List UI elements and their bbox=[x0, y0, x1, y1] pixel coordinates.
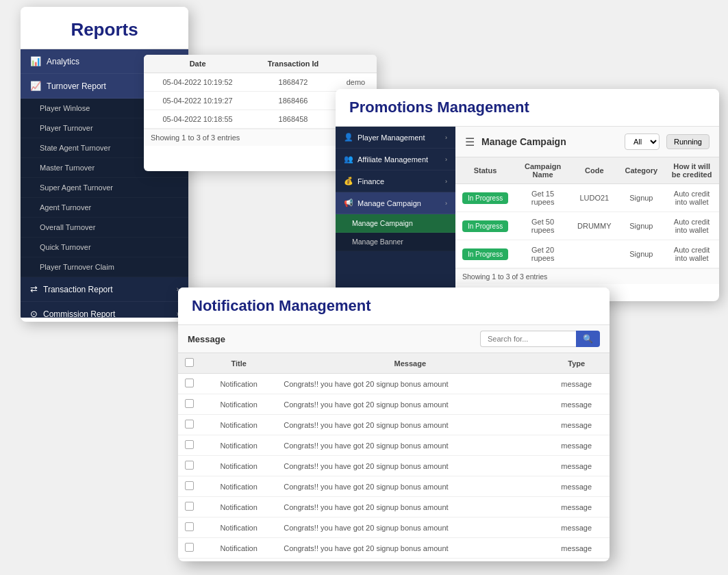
promotions-sidebar: 👤 Player Management › 👥 Affiliate Manage… bbox=[336, 127, 455, 299]
campaign-table: Status Campaign Name Code Category How i… bbox=[455, 157, 719, 268]
sidebar-overall-turnover[interactable]: Overall Turnover bbox=[21, 218, 188, 238]
ps-affiliate-mgmt[interactable]: 👥 Affiliate Management › bbox=[336, 149, 455, 170]
row-checkbox[interactable] bbox=[185, 522, 194, 531]
status-cell: In Progress bbox=[455, 212, 515, 240]
ps-player-mgmt[interactable]: 👤 Player Management › bbox=[336, 127, 455, 149]
checkbox-cell[interactable] bbox=[178, 415, 201, 435]
checkbox-cell[interactable] bbox=[178, 518, 201, 538]
sidebar-transaction-report[interactable]: ⇄ Transaction Report › bbox=[21, 277, 188, 302]
table-row: In Progress Get 50 rupees DRUMMY Signup … bbox=[455, 212, 719, 240]
list-item: Notification Congrats!! you have got 20 … bbox=[178, 394, 610, 415]
list-item: Notification Congrats!! you have got 20 … bbox=[178, 435, 610, 456]
list-item: Notification Congrats!! you have got 20 … bbox=[178, 374, 610, 394]
select-all-checkbox[interactable] bbox=[185, 358, 194, 367]
row-checkbox[interactable] bbox=[185, 481, 194, 490]
type-cell: message bbox=[543, 394, 610, 415]
player-mgmt-icon: 👤 bbox=[344, 133, 353, 142]
sidebar-player-claim[interactable]: Player Turnover Claim bbox=[21, 257, 188, 277]
player-mgmt-label: Player Management bbox=[357, 133, 445, 142]
credit-cell: Auto credit into wallet bbox=[664, 184, 719, 212]
tid-cell: 1868458 bbox=[251, 110, 335, 129]
notification-panel: Notification Management Message 🔍 Title … bbox=[178, 288, 610, 561]
promotions-header: Promotions Management bbox=[336, 89, 719, 127]
credit-cell: Auto credit into wallet bbox=[664, 212, 719, 240]
date-col-header: Date bbox=[144, 55, 251, 73]
sidebar-commission-report[interactable]: ⊙ Commission Report › bbox=[21, 302, 188, 318]
notification-title: Notification Management bbox=[192, 297, 596, 315]
message-col-header: Message bbox=[277, 353, 543, 374]
hamburger-icon[interactable]: ☰ bbox=[465, 136, 475, 149]
credit-cell: Auto credit into wallet bbox=[664, 240, 719, 268]
row-checkbox[interactable] bbox=[185, 440, 194, 449]
row-checkbox[interactable] bbox=[185, 502, 194, 511]
type-cell: message bbox=[543, 435, 610, 456]
manage-campaign-sub[interactable]: Manage Campaign bbox=[336, 214, 455, 233]
checkbox-cell[interactable] bbox=[178, 374, 201, 394]
date-cell: 05-04-2022 10:19:27 bbox=[144, 92, 251, 110]
reports-title: Reports bbox=[34, 19, 175, 40]
message-cell: Congrats!! you have got 20 signup bonus … bbox=[277, 394, 543, 415]
message-cell: Congrats!! you have got 20 signup bonus … bbox=[277, 538, 543, 559]
message-cell: Congrats!! you have got 20 signup bonus … bbox=[277, 415, 543, 435]
code-cell: LUDO21 bbox=[570, 184, 618, 212]
type-cell: message bbox=[543, 538, 610, 559]
ps-chevron-4: › bbox=[445, 200, 447, 207]
row-checkbox[interactable] bbox=[185, 379, 194, 387]
message-cell: Congrats!! you have got 20 signup bonus … bbox=[277, 374, 543, 394]
promotions-title: Promotions Management bbox=[349, 99, 705, 116]
promotions-panel: Promotions Management 👤 Player Managemen… bbox=[336, 89, 719, 301]
checkbox-cell[interactable] bbox=[178, 394, 201, 415]
promotions-body: 👤 Player Management › 👥 Affiliate Manage… bbox=[336, 127, 719, 299]
title-cell: Notification bbox=[201, 518, 277, 538]
type-cell: message bbox=[543, 559, 610, 562]
code-cell: DRUMMY bbox=[570, 212, 618, 240]
affiliate-mgmt-icon: 👥 bbox=[344, 155, 353, 164]
turnover-icon: 📈 bbox=[30, 81, 41, 91]
code-col: Code bbox=[570, 157, 618, 184]
ps-chevron-2: › bbox=[445, 156, 447, 163]
tid-col-header: Transaction Id bbox=[251, 55, 335, 73]
checkbox-cell[interactable] bbox=[178, 435, 201, 456]
row-checkbox[interactable] bbox=[185, 420, 194, 429]
ps-chevron-3: › bbox=[445, 178, 447, 185]
running-filter-btn[interactable]: Running bbox=[666, 134, 710, 149]
list-item: Notification Congrats!! you have got 20 … bbox=[178, 456, 610, 476]
message-cell: Congrats!! you have got 20 signup bonus … bbox=[277, 497, 543, 518]
date-cell: 05-04-2022 10:18:55 bbox=[144, 110, 251, 129]
affiliate-mgmt-label: Affiliate Management bbox=[357, 155, 445, 164]
title-cell: Notification bbox=[201, 394, 277, 415]
sidebar-agent-turnover[interactable]: Agent Turnover bbox=[21, 198, 188, 218]
checkbox-cell[interactable] bbox=[178, 456, 201, 476]
tid-cell: 1868466 bbox=[251, 92, 335, 110]
row-checkbox[interactable] bbox=[185, 461, 194, 470]
status-col: Status bbox=[455, 157, 515, 184]
checkbox-cell[interactable] bbox=[178, 559, 201, 562]
row-checkbox[interactable] bbox=[185, 543, 194, 552]
checkbox-cell[interactable] bbox=[178, 497, 201, 518]
category-cell: Signup bbox=[618, 240, 665, 268]
sidebar-super-agent[interactable]: Super Agent Turnover bbox=[21, 178, 188, 198]
search-button[interactable]: 🔍 bbox=[576, 331, 600, 347]
campaign-icon: 📢 bbox=[344, 199, 353, 207]
commission-label: Commission Report bbox=[43, 309, 177, 318]
message-cell: Congrats!! you have got 20 signup bonus … bbox=[277, 476, 543, 497]
search-input[interactable] bbox=[480, 331, 576, 347]
table-row: In Progress Get 15 rupees LUDO21 Signup … bbox=[455, 184, 719, 212]
title-cell: Notification bbox=[201, 374, 277, 394]
title-cell: Notification bbox=[201, 559, 277, 562]
status-cell: In Progress bbox=[455, 184, 515, 212]
list-item: Notification Congrats!! you have got 20 … bbox=[178, 559, 610, 562]
checkbox-cell[interactable] bbox=[178, 476, 201, 497]
type-cell: message bbox=[543, 415, 610, 435]
sidebar-quick-turnover[interactable]: Quick Turnover bbox=[21, 238, 188, 257]
row-checkbox[interactable] bbox=[185, 399, 194, 408]
checkbox-cell[interactable] bbox=[178, 538, 201, 559]
transaction-label: Transaction Report bbox=[43, 285, 177, 294]
title-cell: Notification bbox=[201, 497, 277, 518]
filter-select[interactable]: All bbox=[625, 133, 660, 150]
ps-finance[interactable]: 💰 Finance › bbox=[336, 170, 455, 192]
search-box: 🔍 bbox=[480, 331, 600, 347]
title-cell: Notification bbox=[201, 456, 277, 476]
ps-manage-campaign[interactable]: 📢 Manage Campaign › bbox=[336, 192, 455, 214]
manage-banner-sub[interactable]: Manage Banner bbox=[336, 233, 455, 251]
